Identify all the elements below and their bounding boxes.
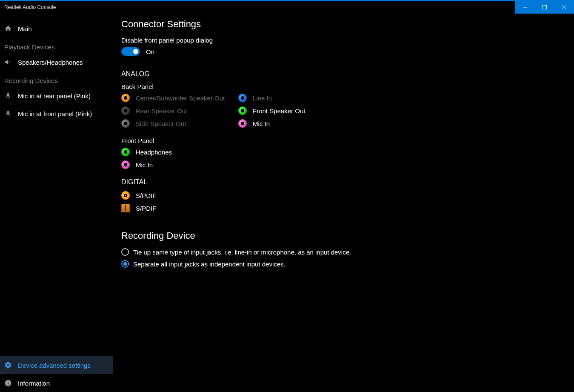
sidebar-item-label: Information [18,380,50,387]
jack-label: Side Speaker Out [136,120,186,127]
sidebar-item-mic-front[interactable]: Mic in at front panel (Pink) [0,105,113,123]
sidebar-header-playback: Playback Devices [0,37,113,53]
mic-icon [4,110,12,117]
radio-label: Tie up same type of input jacks, i.e. li… [133,249,351,256]
mic-icon [4,92,12,100]
sidebar-item-label: Mic in at rear panel (Pink) [18,92,91,100]
radio-checked-icon [121,260,129,268]
jack-spdif-1[interactable]: S/PDIF [121,191,565,200]
main-content: Connector Settings Disable front panel p… [113,14,574,392]
jack-blue-icon [238,94,247,102]
jack-rear-speaker[interactable]: Rear Speaker Out [121,106,238,115]
jack-green-icon [121,148,130,156]
jack-green-icon [238,106,247,115]
sidebar-item-speakers[interactable]: Speakers/Headphones [0,53,113,71]
jack-mic-in-front[interactable]: Mic In [121,160,565,169]
jack-mic-in-back[interactable]: Mic In [238,119,305,128]
home-icon [4,25,12,32]
toggle-state-label: On [146,48,154,55]
radio-unchecked-icon [121,248,129,256]
front-panel-label: Front Panel [121,137,565,144]
sidebar-item-information[interactable]: Information [0,374,113,392]
sidebar-item-label: Speakers/Headphones [18,59,83,66]
maximize-button[interactable] [535,1,554,14]
jack-spdif-coax-icon [121,191,130,200]
toggle-thumb [133,49,138,54]
sidebar-item-label: Main [18,25,32,32]
jack-spdif-optical-icon [121,204,130,212]
minimize-button[interactable] [515,1,535,14]
jack-line-in[interactable]: Line In [238,94,305,102]
jack-label: S/PDIF [136,192,156,199]
speaker-icon [4,58,12,66]
disable-popup-toggle[interactable] [121,47,140,56]
jack-grey-icon [121,119,130,128]
jack-label: Center/Subwoofer Speaker Out [136,94,225,102]
disable-popup-label: Disable front panel popup dialog [121,37,565,44]
sidebar-item-mic-rear[interactable]: Mic in at rear panel (Pink) [0,87,113,105]
back-panel-label: Back Panel [121,83,565,90]
jack-spdif-2[interactable]: S/PDIF [121,204,565,212]
jack-label: Mic In [136,161,153,169]
sidebar-item-advanced[interactable]: Device advanced settings [0,356,113,374]
sidebar-item-label: Device advanced settings [18,362,91,369]
digital-header: DIGITAL [121,178,565,186]
jack-black-icon [121,106,130,115]
sidebar: Main Playback Devices Speakers/Headphone… [0,14,113,392]
jack-front-speaker[interactable]: Front Speaker Out [238,106,305,115]
jack-orange-icon [121,94,130,102]
jack-label: S/PDIF [136,205,156,212]
jack-side-speaker[interactable]: Side Speaker Out [121,119,238,128]
sidebar-item-main[interactable]: Main [0,20,113,37]
jack-center-sub[interactable]: Center/Subwoofer Speaker Out [121,94,238,102]
window-title: Realtek Audio Console [4,4,56,10]
recording-option-tie[interactable]: Tie up same type of input jacks, i.e. li… [121,248,565,256]
jack-pink-icon [238,119,247,128]
info-icon [4,379,12,387]
jack-label: Front Speaker Out [253,107,305,114]
analog-header: ANALOG [121,70,565,78]
page-title: Connector Settings [121,19,565,30]
sidebar-item-label: Mic in at front panel (Pink) [18,110,92,117]
titlebar: Realtek Audio Console [0,0,574,14]
recording-option-separate[interactable]: Separate all input jacks as independent … [121,260,565,268]
jack-label: Mic In [253,120,270,127]
sidebar-header-recording: Recording Devices [0,71,113,87]
close-button[interactable] [554,1,574,14]
window-controls [515,1,574,14]
jack-label: Line In [253,94,272,102]
radio-label: Separate all input jacks as independent … [133,260,286,268]
jack-label: Headphones [136,149,172,156]
gear-icon [4,361,12,369]
jack-pink-icon [121,160,130,169]
svg-rect-1 [543,6,547,9]
recording-device-title: Recording Device [121,230,565,241]
jack-label: Rear Speaker Out [136,107,187,114]
jack-headphones[interactable]: Headphones [121,148,565,156]
